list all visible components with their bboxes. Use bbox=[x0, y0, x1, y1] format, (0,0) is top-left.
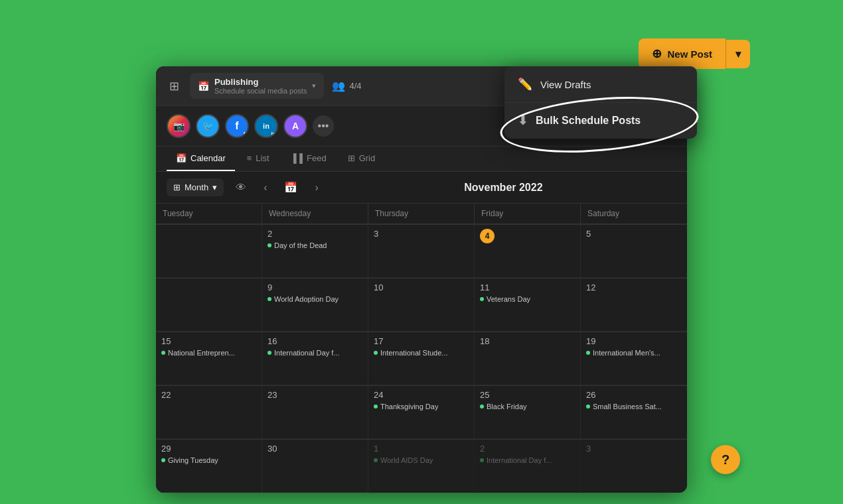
tab-feed[interactable]: ▐▐ Feed bbox=[281, 147, 336, 171]
event-item[interactable]: Day of the Dead bbox=[268, 241, 362, 249]
event-item[interactable]: Small Business Sat... bbox=[586, 403, 682, 410]
event-item[interactable]: Giving Tuesday bbox=[161, 456, 256, 464]
event-dot bbox=[480, 405, 484, 409]
publishing-selector[interactable]: 📅 Publishing Schedule social media posts… bbox=[190, 73, 324, 99]
calendar-toolbar: ⊞ Month ▾ 👁 ‹ 📅 › November 2022 bbox=[156, 172, 687, 203]
cal-cell-r2-c3[interactable]: 18 bbox=[475, 332, 581, 385]
publishing-chevron-icon: ▾ bbox=[312, 82, 316, 90]
cal-cell-r1-c2[interactable]: 10 bbox=[368, 279, 475, 332]
cal-cell-r3-c4[interactable]: 26Small Business Sat... bbox=[581, 386, 687, 439]
event-item[interactable]: Veterans Day bbox=[480, 295, 575, 303]
event-label: International Stude... bbox=[380, 349, 448, 357]
day-number: 29 bbox=[161, 444, 256, 454]
day-number: 10 bbox=[374, 283, 469, 292]
cal-cell-r0-c0[interactable] bbox=[156, 225, 262, 278]
event-item[interactable]: World AIDS Day bbox=[374, 456, 469, 464]
cal-cell-r4-c1[interactable]: 30 bbox=[262, 440, 368, 493]
event-label: National Entrepren... bbox=[168, 349, 235, 357]
event-dot bbox=[161, 351, 165, 355]
cal-cell-r1-c1[interactable]: 9World Adoption Day bbox=[262, 279, 368, 332]
cal-cell-r4-c0[interactable]: 29Giving Tuesday bbox=[156, 440, 262, 493]
next-month-button[interactable]: › bbox=[309, 179, 323, 196]
calendar-row-4: 29Giving Tuesday301World AIDS Day2Intern… bbox=[156, 439, 687, 493]
publishing-text: Publishing Schedule social media posts bbox=[214, 77, 307, 95]
day-number: 3 bbox=[374, 229, 469, 239]
day-number: 1 bbox=[374, 444, 469, 454]
event-item[interactable]: Thanksgiving Day bbox=[374, 403, 469, 410]
header-wednesday: Wednesday bbox=[262, 204, 368, 224]
event-label: World AIDS Day bbox=[380, 456, 433, 464]
header-saturday: Saturday bbox=[581, 204, 687, 224]
cal-cell-r2-c0[interactable]: 15National Entrepren... bbox=[156, 332, 262, 385]
calendar-tab-icon: 📅 bbox=[176, 153, 187, 163]
new-post-dropdown-button[interactable]: ▾ bbox=[726, 40, 750, 68]
day-number: 2 bbox=[268, 229, 362, 239]
header-thursday: Thursday bbox=[368, 204, 475, 224]
event-dot bbox=[374, 405, 378, 409]
eye-button[interactable]: 👁 bbox=[230, 179, 252, 196]
avatar-linkedin[interactable]: in in bbox=[254, 114, 278, 138]
bulk-schedule-item[interactable]: ⬇ Bulk Schedule Posts bbox=[504, 103, 697, 139]
event-dot bbox=[586, 351, 590, 355]
linkedin-badge: in bbox=[269, 129, 278, 138]
day-number: 4 bbox=[480, 229, 495, 243]
event-label: International Day f... bbox=[274, 349, 339, 357]
new-post-button[interactable]: ⊕ New Post bbox=[639, 38, 726, 69]
profile-count: 4/4 bbox=[349, 81, 361, 91]
cal-cell-r3-c0[interactable]: 22 bbox=[156, 386, 262, 439]
event-label: Black Friday bbox=[487, 403, 527, 410]
cal-cell-r1-c4[interactable]: 12 bbox=[581, 279, 687, 332]
cal-cell-r0-c4[interactable]: 5 bbox=[581, 225, 687, 278]
cal-cell-r2-c4[interactable]: 19International Men's... bbox=[581, 332, 687, 385]
cal-cell-r4-c3[interactable]: 2International Day f... bbox=[475, 440, 581, 493]
event-dot bbox=[374, 351, 378, 355]
cal-cell-r1-c3[interactable]: 11Veterans Day bbox=[475, 279, 581, 332]
cal-cell-r2-c1[interactable]: 16International Day f... bbox=[262, 332, 368, 385]
month-selector[interactable]: ⊞ Month ▾ bbox=[167, 178, 224, 196]
cal-cell-r0-c3[interactable]: 4 bbox=[475, 225, 581, 278]
day-number: 5 bbox=[586, 229, 682, 239]
cal-cell-r2-c2[interactable]: 17International Stude... bbox=[368, 332, 475, 385]
grid-view-icon[interactable]: ⊞ bbox=[167, 76, 182, 96]
cal-cell-r3-c2[interactable]: 24Thanksgiving Day bbox=[368, 386, 475, 439]
tab-grid[interactable]: ⊞ Grid bbox=[339, 147, 385, 171]
help-button[interactable]: ? bbox=[711, 445, 740, 474]
avatar-twitter[interactable]: 🐦 bbox=[196, 114, 220, 138]
event-label: International Men's... bbox=[593, 349, 660, 357]
event-item[interactable]: International Day f... bbox=[480, 456, 575, 464]
avatar-instagram[interactable]: 📷 bbox=[167, 114, 191, 138]
cal-cell-r0-c2[interactable]: 3 bbox=[368, 225, 475, 278]
today-button[interactable]: 📅 bbox=[279, 178, 303, 196]
event-item[interactable]: World Adoption Day bbox=[268, 295, 362, 303]
cal-cell-r1-c0[interactable] bbox=[156, 279, 262, 332]
event-item[interactable]: International Men's... bbox=[586, 349, 682, 357]
day-number: 30 bbox=[268, 444, 362, 454]
help-icon: ? bbox=[722, 452, 729, 468]
day-number: 23 bbox=[268, 390, 362, 400]
avatar-facebook[interactable]: f f bbox=[225, 114, 249, 138]
event-dot bbox=[480, 458, 484, 462]
event-item[interactable]: Black Friday bbox=[480, 403, 575, 410]
calendar-row-2: 15National Entrepren...16International D… bbox=[156, 332, 687, 385]
day-number: 19 bbox=[586, 336, 682, 346]
day-number: 3 bbox=[586, 444, 682, 454]
month-label: Month bbox=[185, 182, 208, 192]
list-tab-icon: ≡ bbox=[247, 153, 252, 163]
event-item[interactable]: International Day f... bbox=[268, 349, 362, 357]
more-options-button[interactable]: ••• bbox=[313, 115, 334, 137]
cal-cell-r3-c1[interactable]: 23 bbox=[262, 386, 368, 439]
view-drafts-item[interactable]: ✏️ View Drafts bbox=[504, 66, 697, 103]
cal-cell-r4-c4[interactable]: 3 bbox=[581, 440, 687, 493]
tab-calendar[interactable]: 📅 Calendar bbox=[167, 147, 235, 171]
event-item[interactable]: National Entrepren... bbox=[161, 349, 256, 357]
cal-cell-r4-c2[interactable]: 1World AIDS Day bbox=[368, 440, 475, 493]
cal-cell-r3-c3[interactable]: 25Black Friday bbox=[475, 386, 581, 439]
cal-cell-r0-c1[interactable]: 2Day of the Dead bbox=[262, 225, 368, 278]
day-number: 22 bbox=[161, 390, 256, 400]
day-number: 2 bbox=[480, 444, 575, 454]
prev-month-button[interactable]: ‹ bbox=[258, 179, 272, 196]
publishing-subtitle: Schedule social media posts bbox=[214, 87, 307, 95]
avatar-profile[interactable]: A bbox=[283, 114, 307, 138]
tab-list[interactable]: ≡ List bbox=[238, 147, 279, 171]
event-item[interactable]: International Stude... bbox=[374, 349, 469, 357]
